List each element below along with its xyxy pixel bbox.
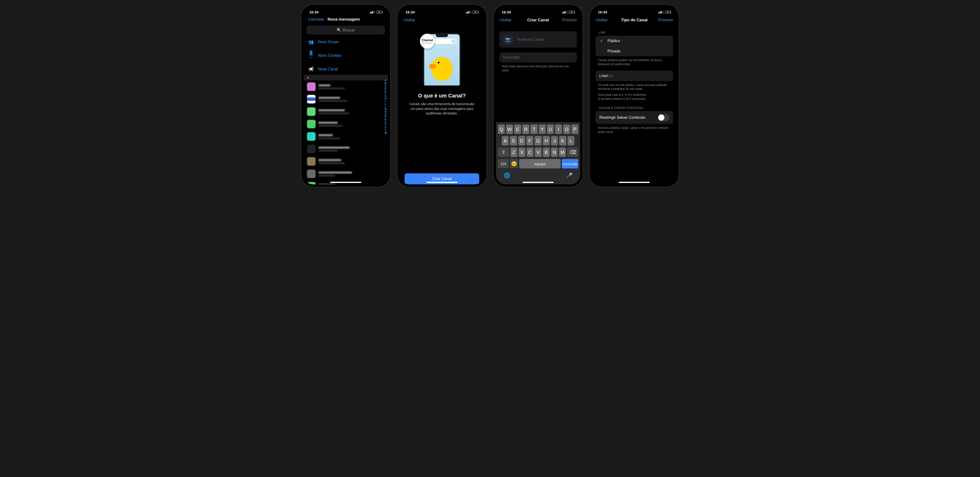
key-u[interactable]: U (547, 124, 554, 134)
home-indicator[interactable] (330, 182, 361, 183)
emoji-key[interactable]: 😊 (510, 159, 518, 169)
done-key[interactable]: concluído (562, 159, 578, 169)
key-k[interactable]: K (559, 136, 566, 145)
group-icon: 👥 (308, 39, 314, 45)
key-z[interactable]: Z (510, 147, 517, 157)
home-indicator[interactable] (619, 182, 650, 183)
notch (617, 5, 651, 11)
new-contact-row[interactable]: 👤⁺ Novo Contato (304, 48, 388, 64)
shift-key[interactable]: ⇧ (498, 147, 509, 157)
backspace-key[interactable]: ⌫ (567, 147, 578, 157)
new-group-label: Novo Grupo (318, 40, 339, 44)
battery-icon: 64 (376, 11, 382, 14)
cancel-button[interactable]: Cancelar (307, 17, 324, 22)
notch (425, 5, 459, 11)
phone-3: 16:34 􀙇 64 ‹ Voltar Criar Canal Próximo … (493, 5, 582, 187)
back-label: Voltar (501, 18, 511, 22)
badge-title: Channel (422, 38, 433, 42)
key-l[interactable]: L (568, 136, 574, 145)
contact-list[interactable] (304, 80, 388, 184)
key-g[interactable]: G (535, 136, 541, 145)
heading: O que é um Canal? (418, 93, 466, 99)
nav-bar: ‹ Voltar (400, 14, 484, 26)
restrict-save-row[interactable]: Restringir Salvar Conteúdo (595, 111, 673, 124)
status-time: 16:34 (502, 10, 511, 14)
space-key[interactable]: espaço (519, 159, 561, 169)
key-d[interactable]: D (518, 136, 525, 145)
next-button[interactable]: Próximo (654, 18, 673, 22)
list-item[interactable] (304, 118, 388, 130)
key-y[interactable]: Y (539, 124, 546, 134)
link-placeholder: link (608, 74, 614, 78)
home-indicator[interactable] (426, 182, 457, 183)
key-n[interactable]: N (551, 147, 558, 157)
mic-icon[interactable]: 🎤 (566, 172, 573, 179)
key-q[interactable]: Q (498, 124, 505, 134)
description-field-group: Descrição (500, 53, 577, 62)
alphabet-index[interactable]: ABCDEFGHIJLMNOPRSTUVW (385, 79, 387, 134)
numbers-key[interactable]: 123 (498, 159, 509, 169)
new-channel-row[interactable]: 📢 Novo Canal (304, 64, 388, 75)
list-item[interactable] (304, 130, 388, 143)
list-item[interactable] (304, 105, 388, 118)
private-option[interactable]: Privado (595, 46, 673, 56)
restrict-label: Restringir Salvar Conteúdo (599, 115, 645, 120)
key-h[interactable]: H (543, 136, 550, 145)
key-x[interactable]: X (519, 147, 525, 157)
keyboard[interactable]: QWERTYUIOP ASDFGHJKL ⇧ ZXCVBNM ⌫ 123 😊 e… (496, 122, 580, 184)
description-input[interactable]: Descrição (500, 53, 577, 62)
list-item[interactable] (304, 80, 388, 93)
next-label: Próximo (658, 18, 673, 22)
toggle-switch[interactable] (658, 114, 669, 121)
key-v[interactable]: V (535, 147, 542, 157)
search-input[interactable]: 🔍 Buscar (307, 26, 385, 35)
key-t[interactable]: T (530, 124, 538, 134)
signal-icon (370, 11, 373, 13)
new-group-row[interactable]: 👥 Novo Grupo (304, 37, 388, 48)
key-a[interactable]: A (502, 136, 509, 145)
key-b[interactable]: B (543, 147, 550, 157)
private-label: Privado (608, 49, 620, 53)
key-i[interactable]: I (555, 124, 562, 134)
nav-bar: ‹ Voltar Criar Canal Próximo (496, 14, 580, 26)
key-o[interactable]: O (563, 124, 570, 134)
public-option[interactable]: ✓ Público (595, 36, 673, 46)
back-button[interactable]: ‹ Voltar (500, 17, 519, 23)
link-input[interactable]: t.me/link (595, 71, 673, 81)
list-item[interactable] (304, 143, 388, 155)
wifi-icon: 􀙇 (374, 10, 375, 14)
page-title: Criar Canal (519, 18, 558, 22)
list-item[interactable] (304, 155, 388, 168)
camera-icon[interactable]: 📷 (503, 34, 513, 45)
key-j[interactable]: J (551, 136, 558, 145)
visibility-hint: Canais públicos podem ser encontrados na… (592, 56, 676, 66)
list-item[interactable] (304, 168, 388, 180)
back-button[interactable]: ‹ Voltar (595, 17, 615, 23)
next-label: Próximo (562, 18, 577, 22)
phone-4: 16:34 􀙇 64 ‹ Voltar Tipo de Canal Próxim… (590, 5, 679, 187)
link-hint-1: Se você criar um link público, outras pe… (592, 81, 676, 91)
name-field-group: 📷 Nome do Canal (500, 31, 577, 48)
link-section-header: LINK (592, 26, 676, 36)
key-m[interactable]: M (559, 147, 566, 157)
home-indicator[interactable] (523, 182, 554, 183)
check-icon: ✓ (600, 38, 604, 43)
channel-badge: Channel 28k members (420, 34, 435, 49)
description: Canais são uma ferramenta de transmissão… (407, 102, 477, 116)
key-s[interactable]: S (510, 136, 517, 145)
wifi-icon: 􀙇 (470, 10, 472, 14)
key-c[interactable]: C (527, 147, 533, 157)
channel-name-input[interactable]: 📷 Nome do Canal (500, 31, 577, 48)
key-p[interactable]: P (571, 124, 578, 134)
key-r[interactable]: R (522, 124, 529, 134)
desc-placeholder: Descrição (503, 55, 520, 60)
next-button[interactable]: Próximo (558, 18, 577, 22)
key-f[interactable]: F (527, 136, 533, 145)
key-w[interactable]: W (506, 124, 513, 134)
chevron-left-icon: ‹ (403, 17, 405, 23)
globe-icon[interactable]: 🌐 (504, 172, 510, 179)
key-e[interactable]: E (514, 124, 521, 134)
nav-bar: ‹ Voltar Tipo de Canal Próximo (592, 14, 676, 26)
back-button[interactable]: ‹ Voltar (403, 17, 422, 23)
list-item[interactable] (304, 93, 388, 105)
